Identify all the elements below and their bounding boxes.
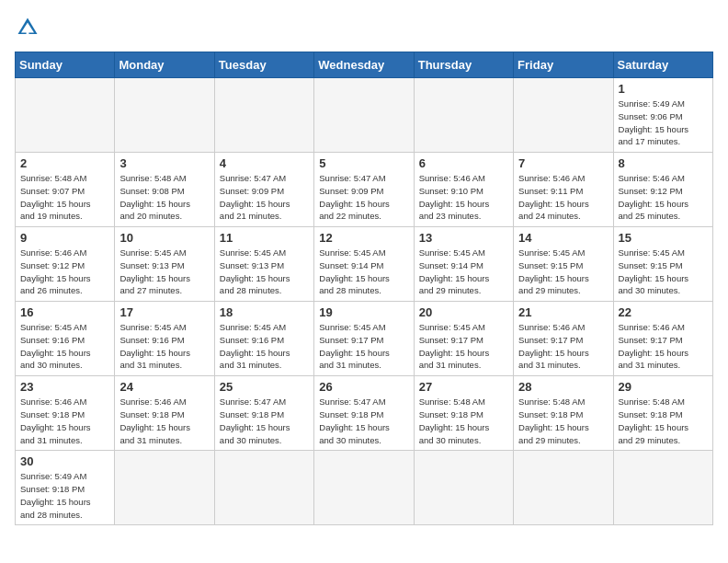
day-info: Sunrise: 5:48 AM Sunset: 9:18 PM Dayligh…	[419, 396, 508, 446]
day-number: 2	[20, 156, 109, 170]
day-cell	[16, 78, 115, 153]
day-info: Sunrise: 5:46 AM Sunset: 9:11 PM Dayligh…	[518, 172, 608, 223]
day-cell: 26Sunrise: 5:47 AM Sunset: 9:18 PM Dayli…	[314, 376, 414, 451]
day-info: Sunrise: 5:45 AM Sunset: 9:13 PM Dayligh…	[220, 247, 309, 297]
day-info: Sunrise: 5:45 AM Sunset: 9:14 PM Dayligh…	[419, 247, 508, 297]
logo	[15, 15, 48, 40]
day-cell	[414, 78, 513, 153]
day-info: Sunrise: 5:45 AM Sunset: 9:16 PM Dayligh…	[220, 321, 309, 372]
header	[15, 15, 713, 40]
day-cell	[613, 451, 712, 525]
day-number: 20	[419, 305, 508, 319]
day-number: 10	[119, 231, 209, 245]
day-number: 3	[119, 156, 209, 170]
day-cell: 11Sunrise: 5:45 AM Sunset: 9:13 PM Dayli…	[214, 227, 313, 302]
day-cell: 27Sunrise: 5:48 AM Sunset: 9:18 PM Dayli…	[414, 376, 513, 451]
day-cell: 10Sunrise: 5:45 AM Sunset: 9:13 PM Dayli…	[115, 227, 214, 302]
day-cell: 12Sunrise: 5:45 AM Sunset: 9:14 PM Dayli…	[314, 227, 414, 302]
logo-icon	[15, 15, 40, 40]
day-number: 18	[220, 305, 309, 319]
day-info: Sunrise: 5:47 AM Sunset: 9:09 PM Dayligh…	[319, 172, 408, 223]
weekday-header-sunday: Sunday	[16, 52, 115, 78]
day-number: 14	[518, 231, 608, 245]
weekday-header-tuesday: Tuesday	[214, 52, 313, 78]
day-number: 24	[119, 380, 209, 394]
week-row-1: 1Sunrise: 5:49 AM Sunset: 9:06 PM Daylig…	[16, 78, 713, 153]
week-row-4: 16Sunrise: 5:45 AM Sunset: 9:16 PM Dayli…	[16, 302, 713, 376]
day-cell: 18Sunrise: 5:45 AM Sunset: 9:16 PM Dayli…	[214, 302, 313, 376]
day-cell	[115, 451, 214, 525]
day-info: Sunrise: 5:48 AM Sunset: 9:18 PM Dayligh…	[619, 396, 708, 446]
day-number: 17	[119, 305, 209, 319]
day-cell	[115, 78, 214, 153]
calendar: SundayMondayTuesdayWednesdayThursdayFrid…	[15, 52, 713, 525]
day-cell: 28Sunrise: 5:48 AM Sunset: 9:18 PM Dayli…	[514, 376, 613, 451]
day-info: Sunrise: 5:46 AM Sunset: 9:12 PM Dayligh…	[20, 247, 109, 297]
day-cell: 14Sunrise: 5:45 AM Sunset: 9:15 PM Dayli…	[514, 227, 613, 302]
day-info: Sunrise: 5:45 AM Sunset: 9:13 PM Dayligh…	[119, 247, 209, 297]
day-number: 8	[619, 156, 708, 170]
day-cell: 19Sunrise: 5:45 AM Sunset: 9:17 PM Dayli…	[314, 302, 414, 376]
day-info: Sunrise: 5:45 AM Sunset: 9:16 PM Dayligh…	[20, 321, 109, 372]
day-number: 7	[518, 156, 608, 170]
day-info: Sunrise: 5:46 AM Sunset: 9:12 PM Dayligh…	[619, 172, 708, 223]
day-cell: 25Sunrise: 5:47 AM Sunset: 9:18 PM Dayli…	[214, 376, 313, 451]
day-info: Sunrise: 5:46 AM Sunset: 9:17 PM Dayligh…	[518, 321, 608, 372]
day-cell: 2Sunrise: 5:48 AM Sunset: 9:07 PM Daylig…	[16, 153, 115, 227]
day-cell: 4Sunrise: 5:47 AM Sunset: 9:09 PM Daylig…	[214, 153, 313, 227]
day-number: 6	[419, 156, 508, 170]
day-info: Sunrise: 5:48 AM Sunset: 9:07 PM Dayligh…	[20, 172, 109, 223]
day-cell: 29Sunrise: 5:48 AM Sunset: 9:18 PM Dayli…	[613, 376, 712, 451]
day-info: Sunrise: 5:45 AM Sunset: 9:14 PM Dayligh…	[319, 247, 408, 297]
day-cell	[414, 451, 513, 525]
day-info: Sunrise: 5:47 AM Sunset: 9:09 PM Dayligh…	[220, 172, 309, 223]
day-number: 16	[20, 305, 109, 319]
weekday-header-saturday: Saturday	[613, 52, 712, 78]
day-cell: 1Sunrise: 5:49 AM Sunset: 9:06 PM Daylig…	[613, 78, 712, 153]
day-info: Sunrise: 5:48 AM Sunset: 9:18 PM Dayligh…	[518, 396, 608, 446]
day-info: Sunrise: 5:47 AM Sunset: 9:18 PM Dayligh…	[319, 396, 408, 446]
day-number: 21	[518, 305, 608, 319]
day-info: Sunrise: 5:46 AM Sunset: 9:18 PM Dayligh…	[119, 396, 209, 446]
weekday-header-monday: Monday	[115, 52, 214, 78]
day-cell	[214, 451, 313, 525]
day-info: Sunrise: 5:45 AM Sunset: 9:16 PM Dayligh…	[119, 321, 209, 372]
day-cell	[314, 451, 414, 525]
day-cell	[514, 78, 613, 153]
day-cell: 24Sunrise: 5:46 AM Sunset: 9:18 PM Dayli…	[115, 376, 214, 451]
day-cell: 20Sunrise: 5:45 AM Sunset: 9:17 PM Dayli…	[414, 302, 513, 376]
day-number: 23	[20, 380, 109, 394]
day-info: Sunrise: 5:46 AM Sunset: 9:17 PM Dayligh…	[619, 321, 708, 372]
day-cell: 8Sunrise: 5:46 AM Sunset: 9:12 PM Daylig…	[613, 153, 712, 227]
day-info: Sunrise: 5:45 AM Sunset: 9:15 PM Dayligh…	[518, 247, 608, 297]
week-row-5: 23Sunrise: 5:46 AM Sunset: 9:18 PM Dayli…	[16, 376, 713, 451]
day-number: 15	[619, 231, 708, 245]
day-info: Sunrise: 5:47 AM Sunset: 9:18 PM Dayligh…	[220, 396, 309, 446]
day-info: Sunrise: 5:49 AM Sunset: 9:06 PM Dayligh…	[619, 98, 708, 148]
day-cell: 15Sunrise: 5:45 AM Sunset: 9:15 PM Dayli…	[613, 227, 712, 302]
day-number: 25	[220, 380, 309, 394]
day-number: 1	[619, 82, 708, 96]
day-info: Sunrise: 5:46 AM Sunset: 9:18 PM Dayligh…	[20, 396, 109, 446]
day-cell	[514, 451, 613, 525]
day-info: Sunrise: 5:45 AM Sunset: 9:17 PM Dayligh…	[319, 321, 408, 372]
day-info: Sunrise: 5:49 AM Sunset: 9:18 PM Dayligh…	[20, 470, 109, 521]
day-number: 29	[619, 380, 708, 394]
day-number: 12	[319, 231, 408, 245]
day-info: Sunrise: 5:45 AM Sunset: 9:15 PM Dayligh…	[619, 247, 708, 297]
day-cell: 16Sunrise: 5:45 AM Sunset: 9:16 PM Dayli…	[16, 302, 115, 376]
day-cell: 3Sunrise: 5:48 AM Sunset: 9:08 PM Daylig…	[115, 153, 214, 227]
day-number: 28	[518, 380, 608, 394]
day-cell: 6Sunrise: 5:46 AM Sunset: 9:10 PM Daylig…	[414, 153, 513, 227]
day-number: 4	[220, 156, 309, 170]
day-cell: 9Sunrise: 5:46 AM Sunset: 9:12 PM Daylig…	[16, 227, 115, 302]
day-cell: 30Sunrise: 5:49 AM Sunset: 9:18 PM Dayli…	[16, 451, 115, 525]
day-cell: 22Sunrise: 5:46 AM Sunset: 9:17 PM Dayli…	[613, 302, 712, 376]
day-info: Sunrise: 5:48 AM Sunset: 9:08 PM Dayligh…	[119, 172, 209, 223]
day-info: Sunrise: 5:45 AM Sunset: 9:17 PM Dayligh…	[419, 321, 508, 372]
day-number: 5	[319, 156, 408, 170]
day-cell	[314, 78, 414, 153]
weekday-header-row: SundayMondayTuesdayWednesdayThursdayFrid…	[16, 52, 713, 78]
day-number: 19	[319, 305, 408, 319]
day-cell: 23Sunrise: 5:46 AM Sunset: 9:18 PM Dayli…	[16, 376, 115, 451]
